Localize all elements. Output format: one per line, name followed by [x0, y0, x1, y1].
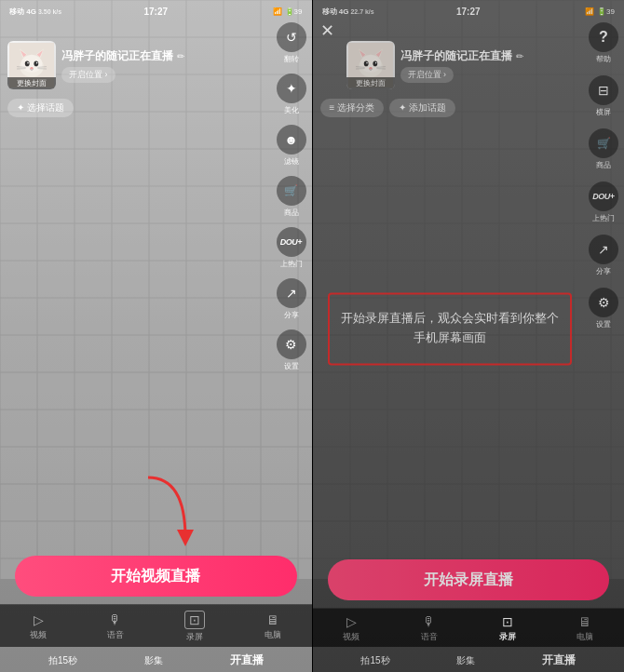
topic-btn-right[interactable]: ✦ 添加话题 — [389, 99, 455, 117]
cam-live-left[interactable]: 开直播 — [230, 652, 264, 668]
goods-icon: 🛒 — [277, 176, 306, 206]
screen-tab-label-right: 录屏 — [499, 631, 516, 643]
svg-point-32 — [369, 67, 372, 69]
edit-icon-right[interactable]: ✏ — [516, 51, 523, 61]
close-btn-right[interactable]: ✕ — [320, 20, 334, 41]
pc-tab-icon: 🖥 — [266, 612, 279, 627]
share-btn-left[interactable]: ↗ 分享 — [277, 278, 306, 320]
left-overlay: 移动 4G 3.50 k/s 17:27 📶 🔋39 — [0, 0, 312, 672]
tab-video-right[interactable]: ▷ 视频 — [343, 614, 359, 643]
video-tab-label-right: 视频 — [343, 631, 359, 643]
avatar-box-right[interactable]: 更换封面 — [346, 41, 395, 89]
flip-btn-left[interactable]: ↺ 翻转 — [277, 22, 306, 64]
cam-15s-right[interactable]: 拍15秒 — [360, 654, 389, 667]
notice-text: 开始录屏直播后，观众会实时看到你整个手机屏幕画面 — [341, 311, 559, 344]
douplus-btn-right[interactable]: DOU+ 上热门 — [589, 181, 618, 223]
flip-label: 翻转 — [284, 54, 299, 64]
screen-tab-label: 录屏 — [186, 631, 203, 643]
left-status-info: 移动 4G 3.50 k/s — [9, 7, 61, 17]
edit-icon-left[interactable]: ✏ — [177, 51, 184, 61]
location-btn-right[interactable]: 开启位置 › — [400, 67, 454, 83]
time-left: 17:27 — [143, 7, 168, 17]
douplus-label-right: 上热门 — [592, 213, 615, 223]
tab-bar-right: ▷ 视频 🎙 语音 ⊡ 录屏 🖥 电脑 — [313, 608, 625, 647]
notice-box: 开始录屏直播后，观众会实时看到你整个手机屏幕画面 — [328, 292, 573, 365]
camera-bar-right: 拍15秒 影集 开直播 — [313, 647, 625, 672]
douplus-label: 上热门 — [280, 259, 303, 269]
profile-name-right: 冯胖子的随记正在直播 — [400, 48, 512, 64]
change-cover-left[interactable]: 更换封面 — [7, 77, 56, 89]
tab-pc-left[interactable]: 🖥 电脑 — [265, 612, 281, 641]
right-icons-right: ? 帮助 ⊟ 横屏 🛒 商品 DOU+ 上热门 ↗ 分享 — [589, 22, 618, 329]
landscape-icon: ⊟ — [589, 75, 618, 105]
tab-screen-left[interactable]: ⊡ 录屏 — [184, 611, 205, 643]
location-btn-left[interactable]: 开启位置 › — [61, 67, 115, 83]
beauty-icon: ✦ — [277, 74, 306, 103]
cam-album-left[interactable]: 影集 — [144, 654, 163, 667]
category-row-right: ≡ 选择分类 ✦ 添加话题 — [313, 95, 625, 121]
tab-bar-left: ▷ 视频 🎙 语音 ⊡ 录屏 🖥 电脑 — [0, 604, 312, 647]
filter-btn-left[interactable]: ☻ 滤镜 — [277, 125, 306, 167]
svg-point-10 — [34, 61, 38, 67]
tab-video-left[interactable]: ▷ 视频 — [30, 612, 47, 641]
voice-tab-label: 语音 — [107, 629, 124, 641]
tab-screen-right[interactable]: ⊡ 录屏 — [499, 614, 516, 643]
battery-right: 🔋39 — [597, 7, 615, 16]
goods-icon-right: 🛒 — [589, 128, 618, 158]
profile-name-row-right: 冯胖子的随记正在直播 ✏ — [400, 48, 617, 64]
share-btn-right[interactable]: ↗ 分享 — [589, 235, 618, 276]
goods-label-right: 商品 — [596, 160, 611, 170]
video-tab-icon-right: ▷ — [346, 614, 357, 629]
screen-tab-icon-right: ⊡ — [502, 614, 513, 629]
settings-btn-right[interactable]: ⚙ 设置 — [589, 288, 618, 329]
svg-point-31 — [374, 62, 376, 64]
svg-point-13 — [30, 67, 33, 69]
goods-btn-right[interactable]: 🛒 商品 — [589, 128, 618, 170]
landscape-btn-right[interactable]: ⊟ 横屏 — [589, 75, 618, 117]
bottom-section-left: 开始视频直播 ▷ 视频 🎙 语音 ⊡ 录屏 🖥 电脑 — [0, 556, 312, 672]
right-status-right: 📶 🔋39 — [585, 7, 615, 16]
pc-tab-label: 电脑 — [265, 629, 281, 641]
svg-point-9 — [25, 61, 30, 67]
share-label-right: 分享 — [596, 266, 611, 276]
svg-point-12 — [36, 62, 38, 64]
goods-btn-left[interactable]: 🛒 商品 — [277, 176, 306, 218]
tab-voice-left[interactable]: 🎙 语音 — [107, 612, 124, 641]
left-screen: 移动 4G 3.50 k/s 17:27 📶 🔋39 — [0, 0, 312, 672]
filter-label: 滤镜 — [284, 156, 299, 167]
start-screen-btn[interactable]: 开始录屏直播 — [328, 559, 610, 600]
flip-icon: ↺ — [277, 22, 306, 52]
change-cover-right[interactable]: 更换封面 — [346, 77, 395, 89]
carrier-right: 移动 4G — [322, 7, 349, 17]
cam-live-right[interactable]: 开直播 — [542, 652, 576, 668]
start-video-btn[interactable]: 开始视频直播 — [15, 556, 297, 597]
right-status-left: 📶 🔋39 — [273, 7, 303, 16]
dou-text-right: DOU+ — [592, 192, 614, 201]
cam-15s-left[interactable]: 拍15秒 — [48, 654, 77, 667]
help-btn-right[interactable]: ? 帮助 — [589, 22, 618, 64]
right-icons-left: ↺ 翻转 ✦ 美化 ☻ 滤镜 🛒 商品 DOU+ 上热门 — [277, 22, 306, 371]
location-row-left: 开启位置 › — [61, 67, 305, 83]
voice-tab-icon: 🎙 — [109, 612, 122, 627]
goods-label: 商品 — [284, 208, 299, 218]
tab-pc-right[interactable]: 🖥 电脑 — [577, 614, 593, 643]
settings-label-right: 设置 — [596, 319, 611, 329]
beauty-btn-left[interactable]: ✦ 美化 — [277, 74, 306, 115]
topic-btn-left[interactable]: ✦ 选择话题 — [7, 99, 74, 117]
arrow-indicator — [139, 473, 195, 551]
category-btn-right[interactable]: ≡ 选择分类 — [320, 99, 385, 117]
right-overlay: 移动 4G 22.7 k/s 17:27 📶 🔋39 ✕ — [313, 0, 625, 672]
right-screen: 移动 4G 22.7 k/s 17:27 📶 🔋39 ✕ — [313, 0, 625, 672]
cam-album-right[interactable]: 影集 — [456, 654, 475, 667]
share-icon: ↗ — [277, 278, 306, 308]
douplus-icon-right: DOU+ — [589, 181, 618, 211]
share-label: 分享 — [284, 310, 299, 320]
screen-tab-icon: ⊡ — [184, 611, 205, 629]
bottom-section-right: 开始录屏直播 ▷ 视频 🎙 语音 ⊡ 录屏 🖥 电脑 — [313, 559, 625, 672]
settings-btn-left[interactable]: ⚙ 设置 — [277, 329, 306, 371]
status-bar-left: 移动 4G 3.50 k/s 17:27 📶 🔋39 — [0, 0, 312, 20]
svg-point-29 — [373, 61, 377, 67]
avatar-box-left[interactable]: 更换封面 — [7, 41, 56, 89]
douplus-btn-left[interactable]: DOU+ 上热门 — [277, 227, 306, 269]
tab-voice-right[interactable]: 🎙 语音 — [421, 614, 438, 643]
